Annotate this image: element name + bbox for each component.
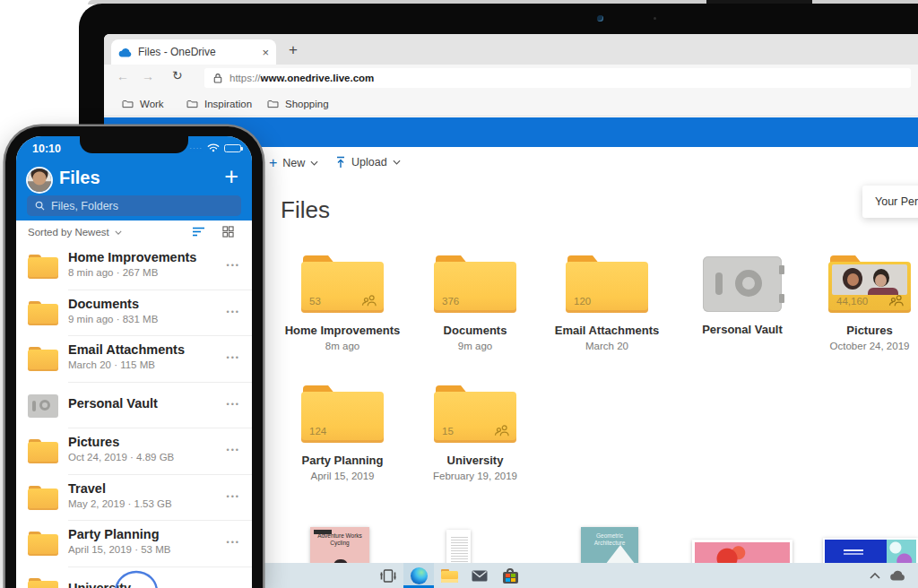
item-count: 44,160 [836, 296, 868, 307]
add-button[interactable]: + [224, 163, 238, 191]
folder-tile-documents[interactable]: 376 Documents 9m ago [410, 255, 541, 351]
browser-tab-files-onedrive[interactable]: Files - OneDrive × [111, 39, 276, 65]
edge-icon [411, 567, 428, 584]
sort-order-icon[interactable] [193, 227, 205, 237]
webcam-led-icon [654, 17, 656, 20]
decorative-circle [113, 567, 160, 588]
list-item-documents[interactable]: Documents 9 min ago · 831 MB ••• [16, 290, 252, 337]
more-button[interactable]: ••• [227, 307, 240, 316]
phone-app-title: Files [59, 168, 100, 188]
more-button[interactable]: ••• [227, 400, 240, 409]
mail-button[interactable] [464, 563, 495, 588]
shared-people-icon [494, 423, 510, 437]
more-button[interactable]: ••• [227, 445, 240, 454]
folder-icon [28, 255, 58, 279]
bookmarks-bar: Work Inspiration Shopping [104, 91, 918, 117]
more-button[interactable]: ••• [227, 538, 240, 547]
list-item-party-planning[interactable]: Party Planning April 15, 2019 · 53 MB ••… [16, 521, 252, 567]
file-explorer-button[interactable] [434, 563, 464, 588]
folder-meta: 8m ago [277, 341, 408, 351]
folder-icon: 376 [434, 255, 516, 313]
file-explorer-icon [441, 569, 458, 583]
forward-icon[interactable]: → [142, 69, 154, 83]
chevron-down-icon [393, 160, 401, 165]
folder-outline-icon [186, 99, 198, 108]
more-button[interactable]: ••• [227, 261, 240, 270]
more-button[interactable]: ••• [227, 353, 240, 362]
bookmark-work[interactable]: Work [122, 91, 164, 117]
search-input[interactable] [51, 200, 212, 212]
account-avatar[interactable] [28, 169, 51, 192]
folder-meta: February 19, 2019 [410, 471, 541, 481]
onedrive-tray-cloud-icon[interactable] [889, 570, 905, 581]
item-count: 376 [442, 296, 459, 307]
folder-icon [28, 486, 58, 510]
item-count: 53 [309, 296, 321, 307]
task-view-button[interactable] [373, 563, 403, 588]
list-item-pictures[interactable]: Pictures Oct 24, 2019 · 4.89 GB ••• [16, 428, 252, 475]
phone-notch [80, 136, 188, 153]
bookmark-shopping[interactable]: Shopping [267, 91, 329, 117]
file-tile-label: Geometric Architecture [581, 527, 638, 547]
battery-icon [224, 144, 241, 152]
list-item-home-improvements[interactable]: Home Improvements 8 min ago · 267 MB ••• [16, 244, 252, 290]
chevron-down-icon [310, 160, 318, 166]
phone-frame: 10:10 ···· Files + Sorted by Newest [5, 126, 263, 588]
folder-icon [28, 578, 58, 588]
list-item-travel[interactable]: Travel May 2, 2019 · 1.53 GB ••• [16, 475, 252, 522]
folder-meta: April 15, 2019 [277, 471, 408, 481]
folder-tile-party-planning[interactable]: 124 Party Planning April 15, 2019 [277, 385, 408, 481]
tab-close-icon[interactable]: × [262, 46, 269, 59]
show-hidden-icons-chevron[interactable] [870, 573, 880, 579]
folder-tile-email-attachments[interactable]: 120 Email Attachments March 20 [541, 255, 672, 351]
browser-toolbar: ← → ↻ https://www.onedrive.live.com [104, 65, 918, 91]
folder-outline-icon [267, 99, 279, 108]
search-icon [35, 201, 45, 211]
browser-tab-bar: Files - OneDrive × + [104, 34, 918, 65]
search-bar[interactable] [27, 195, 241, 216]
photo-thumbnail [832, 264, 907, 295]
folder-name: Pictures [804, 324, 918, 337]
grid-view-icon[interactable] [222, 226, 234, 238]
file-list: Home Improvements 8 min ago · 267 MB •••… [16, 244, 252, 588]
page-title: Files [281, 196, 330, 224]
vault-safe-icon [28, 394, 58, 418]
folder-icon: 120 [566, 255, 648, 313]
shared-people-icon [361, 293, 377, 307]
more-button[interactable]: ••• [227, 492, 240, 501]
folder-icon [28, 532, 58, 556]
phone-screen: 10:10 ···· Files + Sorted by Newest [16, 136, 252, 588]
folder-meta: October 24, 2019 [804, 341, 918, 351]
list-item-email-attachments[interactable]: Email Attachments March 20 · 115 MB ••• [16, 336, 252, 383]
mail-icon [472, 570, 488, 582]
list-item-personal-vault[interactable]: Personal Vault ••• [16, 383, 252, 429]
sort-selector[interactable]: Sorted by Newest [28, 227, 122, 238]
new-tab-button[interactable]: + [289, 41, 298, 59]
back-icon[interactable]: ← [117, 69, 129, 83]
new-button[interactable]: + New [269, 156, 318, 170]
sort-bar: Sorted by Newest [16, 220, 252, 244]
folder-meta: 9m ago [410, 341, 541, 351]
folder-icon: 15 [434, 385, 516, 443]
upload-button[interactable]: Upload [335, 156, 401, 169]
folder-name: Party Planning [277, 454, 408, 467]
folder-icon: 124 [301, 385, 384, 443]
folder-tile-pictures[interactable]: 44,160 Pictures October 24, 2019 [804, 255, 918, 351]
folder-name: Personal Vault [677, 323, 808, 336]
folder-icon [28, 439, 58, 463]
webcam-icon [597, 15, 603, 22]
refresh-icon[interactable]: ↻ [172, 68, 183, 82]
personal-vault-card[interactable]: Your Perso [862, 186, 918, 218]
edge-browser-button[interactable] [403, 563, 434, 588]
folder-tile-university[interactable]: 15 University February 19, 2019 [410, 385, 541, 481]
item-count: 120 [574, 296, 591, 307]
folder-tile-home-improvements[interactable]: 53 Home Improvements 8m ago [277, 255, 408, 351]
folder-name: Documents [410, 324, 541, 337]
task-view-icon [380, 569, 396, 583]
address-bar[interactable]: https://www.onedrive.live.com [204, 68, 911, 88]
lock-icon [213, 73, 222, 83]
folder-tile-personal-vault[interactable]: Personal Vault [677, 255, 808, 336]
status-time: 10:10 [32, 143, 61, 155]
microsoft-store-button[interactable] [495, 563, 525, 588]
bookmark-inspiration[interactable]: Inspiration [186, 91, 252, 117]
